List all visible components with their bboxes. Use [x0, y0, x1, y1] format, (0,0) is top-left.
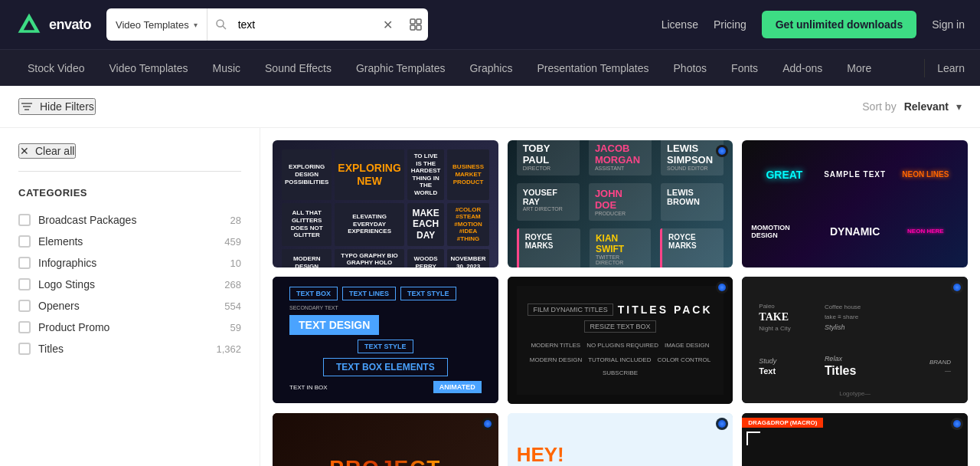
- nav-item-photos[interactable]: Photos: [662, 50, 720, 87]
- nav-item-sound-effects[interactable]: Sound Effects: [253, 50, 344, 87]
- clear-search-button[interactable]: ✕: [375, 18, 400, 32]
- davinci-resolve-badge: [716, 145, 728, 157]
- category-checkbox-elements[interactable]: [18, 235, 31, 248]
- pricing-link[interactable]: Pricing: [714, 18, 746, 31]
- category-item-titles[interactable]: Titles 1,362: [18, 338, 241, 359]
- svg-point-2: [217, 20, 224, 27]
- category-item-product-promo[interactable]: Product Promo 59: [18, 317, 241, 338]
- hide-filters-button[interactable]: Hide Filters: [18, 98, 96, 115]
- nav-item-stock-video[interactable]: Stock Video: [15, 50, 96, 87]
- nav-item-presentation-templates[interactable]: Presentation Templates: [524, 50, 661, 87]
- davinci-resolve-badge-6: [951, 418, 963, 430]
- category-checkbox-product-promo[interactable]: [18, 321, 31, 333]
- clear-all-button[interactable]: ✕ Clear all: [18, 143, 76, 159]
- result-item-8[interactable]: HEY! ← Social Text ☺ reply 👩: [508, 413, 733, 467]
- header-nav: License Pricing Get unlimited downloads …: [662, 11, 965, 38]
- svg-rect-4: [410, 19, 415, 24]
- hide-filters-label: Hide Filters: [40, 100, 94, 113]
- sidebar: ✕ Clear all Categories Broadcast Package…: [0, 128, 260, 466]
- content-area: EXPLORING DESIGN POSSIBILITIES EXPLORING…: [260, 128, 980, 466]
- category-checkbox-titles[interactable]: [18, 343, 31, 355]
- category-item-logo-stings[interactable]: Logo Stings 268: [18, 274, 241, 295]
- nav-item-addons[interactable]: Add-ons: [770, 50, 835, 87]
- sort-selector[interactable]: Sort by Relevant ▾: [862, 100, 962, 113]
- sidebar-divider: [18, 171, 241, 172]
- search-category-label: Video Templates: [116, 19, 189, 31]
- result-item-7[interactable]: PROJECT FOR YOU: [273, 413, 498, 467]
- category-item-elements[interactable]: Elements 459: [18, 231, 241, 252]
- category-name-logo-stings: Logo Stings: [38, 278, 217, 290]
- category-item-infographics[interactable]: Infographics 10: [18, 252, 241, 274]
- svg-rect-7: [416, 25, 421, 30]
- license-link[interactable]: License: [662, 18, 698, 31]
- category-name-elements: Elements: [38, 235, 217, 248]
- nav-item-more[interactable]: More: [835, 50, 884, 87]
- x-icon: ✕: [20, 145, 29, 157]
- svg-rect-6: [410, 25, 415, 30]
- filter-icon: [20, 100, 34, 113]
- search-icon: [207, 18, 235, 31]
- davinci-resolve-badge-3: [951, 281, 963, 294]
- svg-line-3: [223, 26, 226, 29]
- main-layout: ✕ Clear all Categories Broadcast Package…: [0, 128, 980, 466]
- category-count-product-promo: 59: [230, 322, 241, 333]
- result-item-2[interactable]: TOBY PAUL DIRECTOR JACOB MORGAN ASSISTAN…: [508, 140, 733, 267]
- visual-search-button[interactable]: [400, 17, 428, 32]
- result-item-1[interactable]: EXPLORING DESIGN POSSIBILITIES EXPLORING…: [273, 140, 498, 267]
- search-bar: Video Templates ▾ ✕: [106, 8, 428, 41]
- sort-value-label: Relevant: [904, 100, 949, 113]
- sort-by-label: Sort by: [862, 100, 896, 113]
- search-input[interactable]: [235, 18, 375, 31]
- davinci-resolve-badge-5: [716, 418, 728, 430]
- nav-bar: Stock Video Video Templates Music Sound …: [0, 49, 980, 86]
- get-unlimited-button[interactable]: Get unlimited downloads: [762, 11, 916, 38]
- result-item-3[interactable]: GREAT SAMPLE TEXT NEON LINES MOMOTION DE…: [742, 140, 968, 267]
- logo[interactable]: envato: [15, 11, 91, 38]
- result-item-5[interactable]: FILM DYNAMIC TITLES TITLES PACK RESIZE T…: [508, 277, 733, 404]
- categories-title: Categories: [18, 187, 241, 199]
- filters-bar: Hide Filters Sort by Relevant ▾: [0, 86, 980, 128]
- category-item-openers[interactable]: Openers 554: [18, 295, 241, 317]
- category-checkbox-infographics[interactable]: [18, 257, 31, 269]
- category-count-infographics: 10: [230, 258, 241, 269]
- svg-rect-5: [416, 19, 421, 24]
- nav-item-fonts[interactable]: Fonts: [719, 50, 770, 87]
- category-name-product-promo: Product Promo: [38, 321, 223, 333]
- nav-item-graphic-templates[interactable]: Graphic Templates: [344, 50, 457, 87]
- results-grid: EXPLORING DESIGN POSSIBILITIES EXPLORING…: [273, 140, 968, 466]
- search-category-selector[interactable]: Video Templates ▾: [106, 8, 207, 41]
- category-checkbox-logo-stings[interactable]: [18, 278, 31, 290]
- clear-all-label: Clear all: [35, 145, 74, 157]
- nav-item-learn[interactable]: Learn: [937, 62, 965, 74]
- category-name-titles: Titles: [38, 343, 208, 355]
- nav-divider: [924, 59, 925, 77]
- header: envato Video Templates ▾ ✕ License Prici…: [0, 0, 980, 49]
- category-count-titles: 1,362: [216, 343, 241, 355]
- nav-item-music[interactable]: Music: [200, 50, 253, 87]
- davinci-resolve-badge-2: [716, 281, 728, 294]
- category-count-openers: 554: [224, 300, 241, 312]
- envato-logo-icon: [15, 11, 43, 38]
- category-name-broadcast: Broadcast Packages: [38, 214, 223, 226]
- result-item-6[interactable]: Paleo TAKE Night a City Coffee house tak…: [742, 277, 968, 404]
- category-count-elements: 459: [224, 236, 241, 248]
- result-item-4[interactable]: TEXT BOX TEXT LINES TEXT STYLE SECONDARY…: [273, 277, 498, 404]
- nav-item-graphics[interactable]: Graphics: [457, 50, 524, 87]
- category-item-broadcast[interactable]: Broadcast Packages 28: [18, 209, 241, 231]
- sign-in-link[interactable]: Sign in: [932, 18, 965, 31]
- davinci-resolve-badge-4: [482, 418, 494, 430]
- visual-search-icon: [408, 17, 423, 32]
- nav-items: Stock Video Video Templates Music Sound …: [15, 50, 918, 87]
- nav-item-video-templates[interactable]: Video Templates: [96, 50, 200, 87]
- category-count-broadcast: 28: [230, 215, 241, 226]
- result-item-9[interactable]: DRAG&DROP (MACRO) TEXT Text Titles — Cre…: [742, 413, 968, 467]
- logo-text: envato: [49, 17, 91, 33]
- category-checkbox-broadcast[interactable]: [18, 214, 31, 226]
- category-count-logo-stings: 268: [224, 279, 241, 290]
- category-checkbox-openers[interactable]: [18, 300, 31, 312]
- category-name-infographics: Infographics: [38, 257, 223, 269]
- category-name-openers: Openers: [38, 300, 217, 312]
- chevron-down-icon: ▾: [194, 21, 198, 29]
- sort-chevron-icon: ▾: [956, 100, 962, 113]
